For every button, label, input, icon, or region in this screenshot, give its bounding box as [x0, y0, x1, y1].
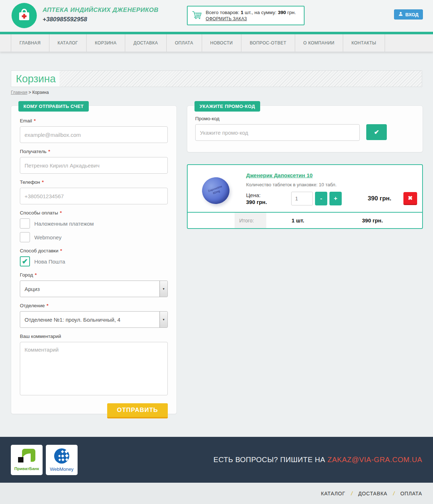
bottom-link-catalog[interactable]: КАТАЛОГ [321, 491, 345, 496]
checkout-link[interactable]: ОФОРМИТЬ ЗАКАЗ [206, 16, 247, 21]
cart-icon [192, 10, 202, 21]
invoice-form: КОМУ ОТПРАВИТЬ СЧЕТ Email* Получатель* Т… [11, 105, 177, 414]
cart-item-card: Dapoxetine60mg Дженерик Дапоксетин 10 Ко… [187, 164, 423, 229]
privatbank-logo-icon [18, 449, 35, 465]
page-title-banner: Корзина [11, 70, 422, 87]
page-title: Корзина [16, 73, 56, 85]
user-icon [398, 12, 403, 17]
quantity-input[interactable] [291, 192, 313, 205]
cart-totals-row: Итого: 1 шт. 390 грн. [188, 212, 422, 228]
quantity-plus-button[interactable]: + [329, 192, 342, 205]
promo-label: Промо-код [195, 116, 415, 121]
nav-item-news[interactable]: НОВОСТИ [202, 34, 241, 52]
footer-question: ЕСТЬ ВОПРОСЫ? ПИШИТЕ НА ZAKAZ@VIA-GRA.CO… [214, 456, 422, 464]
quantity-minus-button[interactable]: - [315, 192, 327, 205]
product-image: Dapoxetine60mg [201, 176, 231, 205]
email-field[interactable] [20, 126, 168, 143]
cart-totals-line: Всего товаров: 1 шт., на сумму: 390 грн. [206, 10, 296, 15]
nav-item-payment[interactable]: ОПЛАТА [166, 34, 202, 52]
medical-bag-icon [17, 8, 31, 23]
nav-item-faq[interactable]: ВОПРОС-ОТВЕТ [241, 34, 294, 52]
submit-button[interactable]: ОТПРАВИТЬ [107, 403, 168, 418]
cart-item-row: Dapoxetine60mg Дженерик Дапоксетин 10 Ко… [188, 165, 422, 212]
site-header: АПТЕКА ИНДИЙСКИХ ДЖЕНЕРИКОВ +38098559295… [0, 0, 433, 32]
login-button[interactable]: ВХОД [394, 9, 423, 19]
main-content: КОМУ ОТПРАВИТЬ СЧЕТ Email* Получатель* Т… [11, 105, 422, 414]
site-title: АПТЕКА ИНДИЙСКИХ ДЖЕНЕРИКОВ [43, 6, 158, 14]
bottom-links-bar: КАТАЛОГ / ДОСТАВКА / ОПЛАТА [0, 483, 433, 504]
breadcrumb-home-link[interactable]: Главная [11, 90, 27, 95]
checkbox-webmoney[interactable]: Webmoney [20, 232, 168, 242]
branch-label: Отделение* [20, 303, 168, 308]
promo-code-input[interactable] [195, 124, 360, 141]
chevron-down-icon [159, 281, 167, 297]
webmoney-badge: WebMoney [46, 445, 78, 475]
bottom-link-payment[interactable]: ОПЛАТА [400, 491, 422, 496]
invoice-form-badge: КОМУ ОТПРАВИТЬ СЧЕТ [18, 101, 89, 112]
required-mark: * [60, 248, 62, 253]
nav-item-about[interactable]: О КОМПАНИИ [295, 34, 343, 52]
comment-field[interactable] [20, 342, 168, 395]
checkbox-unchecked-icon [20, 218, 30, 229]
main-nav: ГЛАВНАЯ КАТАЛОГ КОРЗИНА ДОСТАВКА ОПЛАТА … [0, 34, 433, 52]
totals-count: 1 шт. [292, 213, 304, 228]
bottom-link-delivery[interactable]: ДОСТАВКА [358, 491, 388, 496]
price-label: Цена: [246, 192, 291, 198]
recipient-field[interactable] [20, 157, 168, 174]
remove-item-button[interactable]: ✖ [403, 192, 417, 205]
checkbox-nova-poshta[interactable]: Нова Пошта [20, 256, 168, 266]
row-total-price: 390 грн. [368, 195, 392, 202]
totals-label: Итого: [235, 213, 266, 228]
recipient-label: Получатель* [20, 149, 168, 154]
promo-code-panel: УКАЖИТЕ ПРОМО-КОД Промо-код [187, 105, 423, 152]
required-mark: * [60, 210, 62, 216]
phone-number: +380985592958 [43, 16, 158, 23]
nav-item-cart[interactable]: КОРЗИНА [86, 34, 125, 52]
accent-bar [0, 32, 433, 34]
brand-block: АПТЕКА ИНДИЙСКИХ ДЖЕНЕРИКОВ +38098559295… [43, 6, 158, 23]
cart-summary-box: Всего товаров: 1 шт., на сумму: 390 грн.… [187, 6, 305, 25]
checkbox-checked-icon [20, 256, 30, 266]
totals-sum: 390 грн. [362, 213, 383, 228]
privatbank-badge: ПриватБанк [11, 445, 43, 475]
product-pack-info: Количество таблеток в упаковке: 10 табл. [246, 182, 417, 187]
nav-item-contacts[interactable]: КОНТАКТЫ [343, 34, 385, 52]
breadcrumb: Главная > Корзина [11, 90, 422, 95]
nav-item-home[interactable]: ГЛАВНАЯ [11, 34, 49, 52]
phone-field[interactable] [20, 188, 168, 204]
footer-email-link[interactable]: ZAKAZ@VIA-GRA.COM.UA [327, 456, 422, 464]
comment-label: Ваш комментарий [20, 334, 168, 339]
delivery-method-label: Способ доставки* [20, 248, 168, 253]
nav-item-delivery[interactable]: ДОСТАВКА [125, 34, 166, 52]
site-footer: ПриватБанк WebM [0, 437, 433, 483]
phone-label: Телефон* [20, 179, 168, 185]
required-mark: * [47, 303, 48, 308]
product-title-link[interactable]: Дженерик Дапоксетин 10 [246, 172, 312, 178]
required-mark: * [48, 149, 50, 154]
banner-stripes [60, 71, 422, 87]
required-mark: * [42, 179, 44, 185]
breadcrumb-current: Корзина [32, 90, 49, 95]
unit-price: 390 грн. [246, 199, 291, 205]
right-column: УКАЖИТЕ ПРОМО-КОД Промо-код Dapoxetine60… [187, 105, 423, 229]
pharmacy-logo [12, 3, 37, 28]
checkbox-unchecked-icon [20, 232, 30, 242]
branch-select[interactable]: Отделение №1: проул. Больничный, 4 [20, 311, 168, 328]
required-mark: * [34, 118, 36, 123]
webmoney-logo-icon [54, 448, 70, 465]
cart-summary-text: Всего товаров: 1 шт., на сумму: 390 грн.… [206, 10, 296, 22]
cart-sum: 390 [278, 10, 286, 15]
payment-methods-label: Способы оплаты* [20, 210, 168, 216]
city-select[interactable]: Арциз [20, 281, 168, 297]
promo-badge: УКАЖИТЕ ПРОМО-КОД [194, 101, 260, 112]
city-label: Город* [20, 272, 168, 278]
promo-apply-button[interactable] [366, 124, 387, 140]
chevron-down-icon [159, 312, 167, 327]
required-mark: * [35, 272, 37, 278]
nav-item-catalog[interactable]: КАТАЛОГ [49, 34, 86, 52]
checkbox-cod[interactable]: Наложенным платежом [20, 218, 168, 229]
email-label: Email* [20, 118, 168, 123]
